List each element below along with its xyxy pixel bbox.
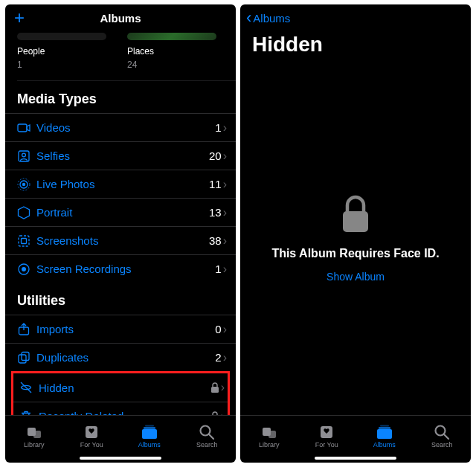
chevron-right-icon: › bbox=[221, 410, 225, 416]
duplicates-row[interactable]: Duplicates 2 › bbox=[5, 343, 236, 371]
tab-label: Search bbox=[196, 441, 218, 448]
library-tab-icon bbox=[260, 423, 278, 440]
search-tab-icon bbox=[433, 423, 451, 440]
chevron-right-icon: › bbox=[223, 178, 227, 191]
albums-scroll[interactable]: People 1 Places 24 Media Types Videos 1 … bbox=[5, 31, 236, 415]
back-label: Albums bbox=[253, 12, 290, 25]
highlight-annotation: Hidden › Recently Deleted › bbox=[11, 371, 230, 415]
chevron-right-icon: › bbox=[223, 206, 227, 219]
tab-library[interactable]: Library bbox=[5, 416, 63, 455]
lock-icon bbox=[210, 382, 219, 393]
tab-label: Albums bbox=[138, 441, 161, 448]
tab-for-you[interactable]: For You bbox=[63, 416, 121, 455]
people-count: 1 bbox=[17, 58, 106, 71]
tab-label: For You bbox=[80, 441, 103, 448]
face-id-message: This Album Requires Face ID. bbox=[271, 247, 439, 260]
foryou-tab-icon bbox=[318, 423, 335, 440]
screenshots-row[interactable]: Screenshots 38 › bbox=[5, 226, 236, 254]
portrait-row[interactable]: Portrait 13 › bbox=[5, 198, 236, 226]
nav-title: Albums bbox=[100, 12, 141, 25]
row-label: Screenshots bbox=[36, 234, 209, 247]
row-count: 1 bbox=[215, 263, 221, 275]
page-title: Hidden bbox=[240, 31, 471, 62]
selfie-icon bbox=[17, 149, 36, 163]
row-label: Live Photos bbox=[36, 178, 209, 190]
add-button[interactable]: + bbox=[14, 4, 25, 31]
selfies-row[interactable]: Selfies 20 › bbox=[5, 141, 236, 170]
places-album[interactable]: Places 24 bbox=[127, 33, 216, 71]
row-label: Duplicates bbox=[36, 351, 215, 364]
row-count: 13 bbox=[209, 206, 222, 219]
screen-recordings-row[interactable]: Screen Recordings 1 › bbox=[5, 254, 236, 283]
places-thumbnail bbox=[127, 33, 216, 40]
show-album-button[interactable]: Show Album bbox=[327, 271, 385, 283]
tab-label: Search bbox=[431, 441, 453, 448]
hidden-row[interactable]: Hidden › bbox=[13, 373, 228, 402]
portrait-icon bbox=[17, 206, 36, 219]
hidden-album-screen: ‹ Albums Hidden This Album Requires Face… bbox=[240, 4, 471, 463]
live-photos-row[interactable]: Live Photos 11 › bbox=[5, 170, 236, 198]
chevron-right-icon: › bbox=[223, 263, 227, 276]
row-label: Imports bbox=[36, 323, 215, 335]
library-tab-icon bbox=[25, 423, 43, 440]
import-icon bbox=[17, 323, 36, 336]
albums-tab-icon bbox=[141, 423, 158, 440]
search-tab-icon bbox=[198, 423, 216, 440]
nav-bar: ‹ Albums bbox=[240, 4, 471, 31]
video-icon bbox=[17, 121, 36, 135]
row-count: 2 bbox=[215, 351, 221, 364]
lock-icon bbox=[340, 195, 371, 237]
tab-label: Albums bbox=[373, 441, 396, 448]
pinned-albums-row: People 1 Places 24 bbox=[5, 31, 236, 80]
chevron-right-icon: › bbox=[223, 149, 227, 163]
nav-bar: + Albums bbox=[5, 4, 236, 31]
row-label: Selfies bbox=[36, 149, 209, 162]
chevron-right-icon: › bbox=[221, 381, 225, 394]
trash-icon bbox=[19, 410, 39, 416]
screenshot-icon bbox=[17, 234, 36, 248]
tab-bar: Library For You Albums Search bbox=[240, 415, 471, 463]
tab-label: For You bbox=[315, 441, 338, 448]
back-button[interactable]: ‹ Albums bbox=[246, 10, 290, 26]
chevron-right-icon: › bbox=[223, 323, 227, 336]
places-label: Places bbox=[127, 45, 216, 58]
albums-screen: + Albums People 1 Places 24 Media Types … bbox=[5, 4, 236, 463]
people-thumbnail bbox=[17, 33, 106, 40]
people-label: People bbox=[17, 45, 106, 58]
tab-albums[interactable]: Albums bbox=[356, 416, 414, 455]
row-count: 20 bbox=[209, 149, 222, 162]
locked-content: This Album Requires Face ID. Show Album bbox=[240, 62, 471, 415]
chevron-right-icon: › bbox=[223, 351, 227, 364]
tab-library[interactable]: Library bbox=[240, 416, 298, 455]
home-indicator[interactable] bbox=[315, 457, 396, 460]
chevron-right-icon: › bbox=[223, 121, 227, 135]
tab-label: Library bbox=[259, 441, 280, 448]
home-indicator[interactable] bbox=[80, 457, 161, 460]
imports-row[interactable]: Imports 0 › bbox=[5, 315, 236, 343]
people-album[interactable]: People 1 bbox=[17, 33, 106, 71]
row-label: Portrait bbox=[36, 206, 209, 219]
row-count: 11 bbox=[209, 178, 222, 190]
row-count: 0 bbox=[215, 323, 221, 335]
tab-for-you[interactable]: For You bbox=[298, 416, 356, 455]
albums-tab-icon bbox=[376, 423, 393, 440]
recently-deleted-row[interactable]: Recently Deleted › bbox=[13, 402, 228, 415]
places-count: 24 bbox=[127, 58, 216, 71]
chevron-right-icon: › bbox=[223, 234, 227, 248]
chevron-left-icon: ‹ bbox=[246, 10, 251, 26]
row-label: Videos bbox=[36, 121, 215, 134]
foryou-tab-icon bbox=[83, 423, 100, 440]
tab-albums[interactable]: Albums bbox=[120, 416, 178, 455]
utilities-header: Utilities bbox=[5, 283, 236, 315]
tab-bar: Library For You Albums Search bbox=[5, 415, 236, 463]
hidden-icon bbox=[19, 381, 39, 394]
live-icon bbox=[17, 178, 36, 191]
duplicate-icon bbox=[17, 351, 36, 364]
videos-row[interactable]: Videos 1 › bbox=[5, 113, 236, 141]
tab-search[interactable]: Search bbox=[414, 416, 472, 455]
row-count: 1 bbox=[215, 121, 221, 134]
row-label: Screen Recordings bbox=[36, 263, 215, 275]
tab-search[interactable]: Search bbox=[178, 416, 237, 455]
tab-label: Library bbox=[24, 441, 45, 448]
row-label: Hidden bbox=[39, 382, 210, 394]
